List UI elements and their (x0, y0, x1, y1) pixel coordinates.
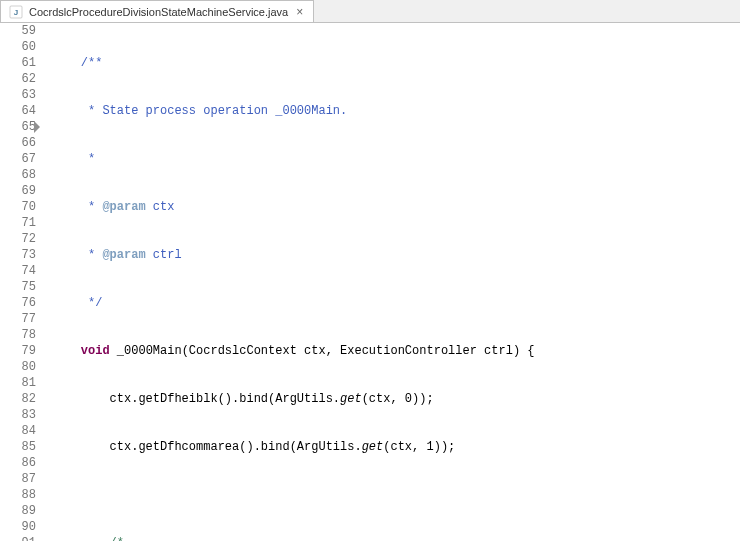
line-number: 88 (0, 487, 36, 503)
comment: /* (52, 536, 124, 541)
editor-tabbar: J CocrdslcProcedureDivisionStateMachineS… (0, 0, 740, 23)
code-text: ctx.getDfheiblk().bind(ArgUtils. (52, 392, 340, 406)
line-number: 90 (0, 519, 36, 535)
line-number: 80 (0, 359, 36, 375)
file-tab[interactable]: J CocrdslcProcedureDivisionStateMachineS… (0, 0, 314, 22)
line-number: 72 (0, 231, 36, 247)
line-number: 74 (0, 263, 36, 279)
line-number: 82 (0, 391, 36, 407)
line-number: 71 (0, 215, 36, 231)
line-number: 67 (0, 151, 36, 167)
line-number: 76 (0, 295, 36, 311)
line-number: 60 (0, 39, 36, 55)
line-number: 61 (0, 55, 36, 71)
line-number: 68 (0, 167, 36, 183)
line-number: 78 (0, 327, 36, 343)
line-number: 79 (0, 343, 36, 359)
tab-close-button[interactable]: × (294, 5, 305, 19)
line-number: 85 (0, 439, 36, 455)
line-number: 84 (0, 423, 36, 439)
javadoc: */ (52, 296, 102, 310)
code-text: _0000Main(CocrdslcContext ctx, Execution… (110, 344, 535, 358)
keyword: void (81, 344, 110, 358)
code-text: (ctx, 1)); (383, 440, 455, 454)
javadoc: * (52, 248, 102, 262)
code-text: (ctx, 0)); (362, 392, 434, 406)
svg-text:J: J (14, 8, 18, 17)
line-number-gutter: 5960616263646566676869707172737475767778… (0, 23, 42, 541)
line-number: 69 (0, 183, 36, 199)
line-number: 62 (0, 71, 36, 87)
javadoc-tag: @param (102, 248, 145, 262)
line-number: 77 (0, 311, 36, 327)
javadoc: /** (52, 56, 102, 70)
javadoc-tag: @param (102, 200, 145, 214)
tab-filename: CocrdslcProcedureDivisionStateMachineSer… (29, 6, 288, 18)
line-number: 83 (0, 407, 36, 423)
line-number: 63 (0, 87, 36, 103)
static-method: get (340, 392, 362, 406)
line-number: 87 (0, 471, 36, 487)
line-number: 89 (0, 503, 36, 519)
javadoc: * (52, 152, 95, 166)
editor-area: 5960616263646566676869707172737475767778… (0, 23, 740, 541)
javadoc: ctrl (146, 248, 182, 262)
code-text: ctx.getDfhcommarea().bind(ArgUtils. (52, 440, 362, 454)
line-number: 59 (0, 23, 36, 39)
code-area[interactable]: /** * State process operation _0000Main.… (42, 23, 740, 541)
line-number: 81 (0, 375, 36, 391)
javadoc: ctx (146, 200, 175, 214)
line-number: 75 (0, 279, 36, 295)
line-number: 86 (0, 455, 36, 471)
line-number: 91 (0, 535, 36, 541)
javadoc: * (52, 200, 102, 214)
line-number: 66 (0, 135, 36, 151)
line-number: 70 (0, 199, 36, 215)
line-number: 64 (0, 103, 36, 119)
java-file-icon: J (9, 5, 23, 19)
static-method: get (362, 440, 384, 454)
line-number: 73 (0, 247, 36, 263)
line-number: 65 (0, 119, 36, 135)
javadoc: * State process operation _0000Main. (52, 104, 347, 118)
